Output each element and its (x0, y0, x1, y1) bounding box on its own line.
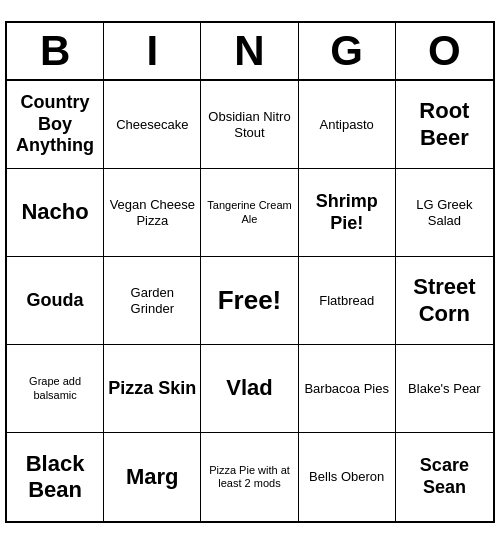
header-letter-b: B (7, 23, 104, 79)
bingo-cell-1: Cheesecake (104, 81, 201, 169)
cell-text-2: Obsidian Nitro Stout (205, 109, 293, 140)
header-letter-i: I (104, 23, 201, 79)
cell-text-14: Street Corn (400, 274, 489, 327)
cell-text-0: Country Boy Anything (11, 92, 99, 157)
bingo-cell-22: Pizza Pie with at least 2 mods (201, 433, 298, 521)
bingo-cell-17: Vlad (201, 345, 298, 433)
cell-text-22: Pizza Pie with at least 2 mods (205, 464, 293, 490)
bingo-cell-20: Black Bean (7, 433, 104, 521)
header-letter-o: O (396, 23, 493, 79)
bingo-cell-19: Blake's Pear (396, 345, 493, 433)
bingo-cell-14: Street Corn (396, 257, 493, 345)
cell-text-23: Bells Oberon (309, 469, 384, 485)
cell-text-3: Antipasto (320, 117, 374, 133)
cell-text-7: Tangerine Cream Ale (205, 199, 293, 225)
cell-text-16: Pizza Skin (108, 378, 196, 400)
bingo-cell-13: Flatbread (299, 257, 396, 345)
cell-text-9: LG Greek Salad (400, 197, 489, 228)
bingo-cell-16: Pizza Skin (104, 345, 201, 433)
bingo-cell-7: Tangerine Cream Ale (201, 169, 298, 257)
bingo-cell-11: Garden Grinder (104, 257, 201, 345)
header-letter-g: G (299, 23, 396, 79)
bingo-cell-5: Nacho (7, 169, 104, 257)
bingo-grid: Country Boy AnythingCheesecakeObsidian N… (7, 81, 493, 521)
cell-text-12: Free! (218, 285, 282, 316)
cell-text-19: Blake's Pear (408, 381, 481, 397)
cell-text-15: Grape add balsamic (11, 375, 99, 401)
bingo-cell-15: Grape add balsamic (7, 345, 104, 433)
bingo-card: BINGO Country Boy AnythingCheesecakeObsi… (5, 21, 495, 523)
cell-text-18: Barbacoa Pies (304, 381, 389, 397)
bingo-header: BINGO (7, 23, 493, 81)
bingo-cell-4: Root Beer (396, 81, 493, 169)
bingo-cell-18: Barbacoa Pies (299, 345, 396, 433)
cell-text-10: Gouda (27, 290, 84, 312)
bingo-cell-23: Bells Oberon (299, 433, 396, 521)
bingo-cell-0: Country Boy Anything (7, 81, 104, 169)
bingo-cell-8: Shrimp Pie! (299, 169, 396, 257)
cell-text-11: Garden Grinder (108, 285, 196, 316)
bingo-cell-10: Gouda (7, 257, 104, 345)
cell-text-20: Black Bean (11, 451, 99, 504)
bingo-cell-6: Vegan Cheese Pizza (104, 169, 201, 257)
cell-text-17: Vlad (226, 375, 272, 401)
cell-text-4: Root Beer (400, 98, 489, 151)
bingo-cell-21: Marg (104, 433, 201, 521)
cell-text-6: Vegan Cheese Pizza (108, 197, 196, 228)
bingo-cell-2: Obsidian Nitro Stout (201, 81, 298, 169)
cell-text-21: Marg (126, 464, 179, 490)
cell-text-24: Scare Sean (400, 455, 489, 498)
bingo-cell-3: Antipasto (299, 81, 396, 169)
bingo-cell-9: LG Greek Salad (396, 169, 493, 257)
bingo-cell-12: Free! (201, 257, 298, 345)
cell-text-13: Flatbread (319, 293, 374, 309)
cell-text-1: Cheesecake (116, 117, 188, 133)
cell-text-5: Nacho (21, 199, 88, 225)
bingo-cell-24: Scare Sean (396, 433, 493, 521)
cell-text-8: Shrimp Pie! (303, 191, 391, 234)
header-letter-n: N (201, 23, 298, 79)
